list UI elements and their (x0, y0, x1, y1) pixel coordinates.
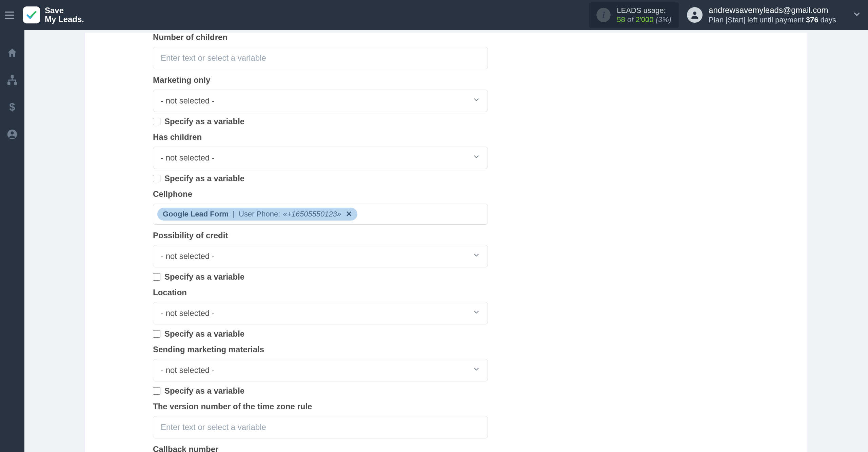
specify-var-sending-marketing[interactable]: Specify as a variable (153, 386, 488, 396)
logo-line2: My Leads. (45, 15, 84, 24)
chevron-down-icon (473, 153, 480, 163)
select-possibility-of-credit[interactable]: - not selected - (153, 245, 488, 267)
leads-usage-value: 58 of 2'000 (3%) (617, 15, 671, 24)
field-number-of-children: Number of children (153, 33, 488, 69)
select-marketing-only-value: - not selected - (161, 96, 215, 106)
token-separator: | (233, 210, 235, 219)
token-value: «+16505550123» (283, 210, 341, 219)
chevron-down-icon (473, 251, 480, 261)
select-has-children-value: - not selected - (161, 153, 215, 163)
label-number-of-children: Number of children (153, 33, 488, 42)
checkbox-possibility-of-credit-specify[interactable] (153, 273, 160, 281)
specify-var-has-children[interactable]: Specify as a variable (153, 174, 488, 183)
app-logo-icon (23, 6, 40, 23)
logo-line1: Save (45, 6, 84, 15)
specify-var-possibility-of-credit[interactable]: Specify as a variable (153, 272, 488, 282)
token-field: User Phone: (239, 210, 280, 219)
specify-var-marketing-only[interactable]: Specify as a variable (153, 117, 488, 126)
select-sending-marketing[interactable]: - not selected - (153, 359, 488, 381)
label-location: Location (153, 288, 488, 297)
field-callback-number: Callback number (153, 445, 488, 452)
token-remove-icon[interactable]: ✕ (346, 210, 352, 219)
user-email: andrewsavemyleads@gmail.com (709, 5, 836, 15)
svg-point-6 (11, 131, 14, 134)
chevron-down-icon[interactable] (852, 10, 861, 20)
user-avatar-icon (687, 7, 703, 23)
leads-pct: (3%) (656, 15, 671, 24)
leads-total: 2'000 (635, 15, 653, 24)
form-card: Number of children Marketing only - not … (85, 33, 807, 452)
user-text: andrewsavemyleads@gmail.com Plan |Start|… (709, 5, 836, 25)
leads-of: of (627, 15, 635, 24)
field-has-children: Has children - not selected - Specify as… (153, 132, 488, 183)
svg-rect-3 (14, 82, 17, 85)
label-callback-number: Callback number (153, 445, 488, 452)
select-marketing-only[interactable]: - not selected - (153, 90, 488, 112)
specify-var-label: Specify as a variable (164, 174, 244, 183)
field-location: Location - not selected - Specify as a v… (153, 288, 488, 339)
account-icon[interactable] (5, 128, 19, 141)
svg-rect-2 (7, 82, 10, 85)
specify-var-label: Specify as a variable (164, 117, 244, 126)
variable-token-cellphone[interactable]: Google Lead Form | User Phone: «+1650555… (157, 208, 357, 221)
input-cellphone[interactable]: Google Lead Form | User Phone: «+1650555… (153, 204, 488, 225)
specify-var-label: Specify as a variable (164, 272, 244, 282)
specify-var-label: Specify as a variable (164, 386, 244, 396)
chevron-down-icon (473, 365, 480, 375)
home-icon[interactable] (5, 46, 19, 60)
checkbox-sending-marketing-specify[interactable] (153, 387, 160, 395)
select-sending-marketing-value: - not selected - (161, 365, 215, 375)
leads-usage-label: LEADS usage: (617, 6, 671, 15)
checkbox-location-specify[interactable] (153, 330, 160, 338)
leads-used: 58 (617, 15, 625, 24)
svg-point-0 (693, 12, 696, 15)
label-timezone-version: The version number of the time zone rule (153, 402, 488, 411)
label-possibility-of-credit: Possibility of credit (153, 231, 488, 240)
leads-usage-text: LEADS usage: 58 of 2'000 (3%) (617, 6, 671, 24)
info-icon: i (596, 8, 611, 22)
hamburger-menu-button[interactable] (5, 9, 17, 21)
field-sending-marketing: Sending marketing materials - not select… (153, 345, 488, 396)
token-source: Google Lead Form (163, 210, 229, 219)
label-marketing-only: Marketing only (153, 75, 488, 85)
field-timezone-version: The version number of the time zone rule (153, 402, 488, 438)
svg-rect-1 (11, 75, 14, 78)
checkbox-has-children-specify[interactable] (153, 175, 160, 182)
field-marketing-only: Marketing only - not selected - Specify … (153, 75, 488, 126)
user-menu[interactable]: andrewsavemyleads@gmail.com Plan |Start|… (687, 5, 861, 25)
input-timezone-version[interactable] (153, 416, 488, 438)
label-sending-marketing: Sending marketing materials (153, 345, 488, 354)
left-sidebar: $ (0, 30, 24, 452)
billing-icon[interactable]: $ (5, 100, 19, 114)
chevron-down-icon (473, 308, 480, 318)
label-has-children: Has children (153, 132, 488, 142)
select-possibility-of-credit-value: - not selected - (161, 251, 215, 261)
chevron-down-icon (473, 96, 480, 106)
field-cellphone: Cellphone Google Lead Form | User Phone:… (153, 189, 488, 225)
select-location[interactable]: - not selected - (153, 302, 488, 324)
label-cellphone: Cellphone (153, 189, 488, 199)
user-plan: Plan |Start| left until payment 376 days (709, 15, 836, 25)
input-number-of-children[interactable] (153, 47, 488, 69)
main-area: Number of children Marketing only - not … (24, 30, 868, 452)
integrations-icon[interactable] (5, 73, 19, 87)
select-has-children[interactable]: - not selected - (153, 147, 488, 169)
svg-text:$: $ (9, 101, 15, 113)
specify-var-label: Specify as a variable (164, 329, 244, 339)
top-header: Save My Leads. i LEADS usage: 58 of 2'00… (0, 0, 868, 30)
specify-var-location[interactable]: Specify as a variable (153, 329, 488, 339)
app-logo-text: Save My Leads. (45, 6, 84, 24)
select-location-value: - not selected - (161, 308, 215, 318)
field-possibility-of-credit: Possibility of credit - not selected - S… (153, 231, 488, 282)
checkbox-marketing-only-specify[interactable] (153, 118, 160, 125)
leads-usage-panel[interactable]: i LEADS usage: 58 of 2'000 (3%) (589, 2, 679, 28)
